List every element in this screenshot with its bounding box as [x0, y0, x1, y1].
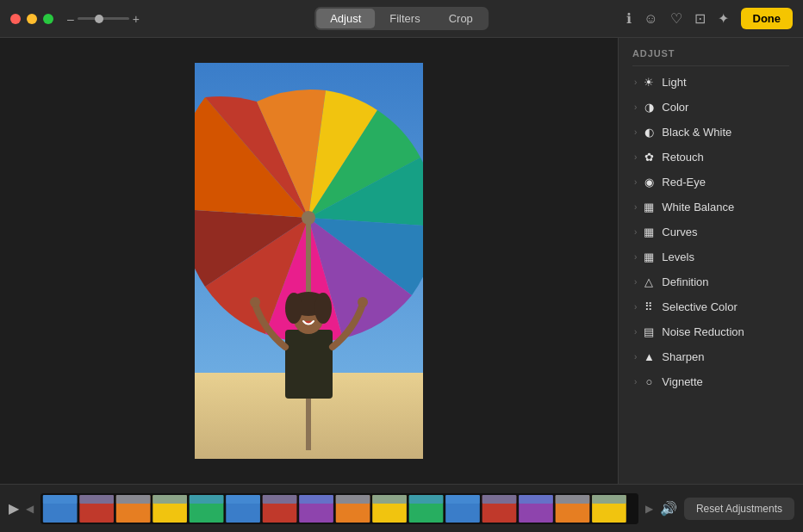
maximize-button[interactable]	[43, 14, 53, 24]
retouch-label: Retouch	[662, 151, 703, 164]
adjust-item-curves[interactable]: › ▦ Curves	[622, 220, 800, 244]
svg-rect-34	[226, 495, 260, 504]
panel-divider	[632, 65, 789, 66]
chevron-icon: ›	[634, 177, 637, 187]
svg-rect-4	[285, 330, 333, 399]
zoom-thumb[interactable]	[95, 15, 103, 23]
redeye-icon: ◉	[642, 176, 656, 189]
definition-icon: △	[642, 275, 656, 288]
close-button[interactable]	[10, 14, 21, 24]
color-label: Color	[662, 101, 688, 114]
vignette-icon: ○	[642, 375, 656, 388]
photo-display	[195, 63, 423, 459]
share-icon[interactable]: ⊡	[694, 10, 706, 27]
wb-label: White Balance	[662, 201, 734, 213]
info-icon[interactable]: ℹ	[626, 10, 632, 27]
svg-rect-38	[372, 495, 407, 504]
svg-point-8	[314, 293, 332, 324]
levels-icon: ▦	[642, 251, 656, 263]
adjust-item-bw[interactable]: › ◐ Black & White	[622, 120, 800, 145]
vignette-label: Vignette	[662, 375, 702, 388]
svg-rect-39	[409, 495, 444, 504]
chevron-icon: ›	[634, 302, 637, 312]
volume-button[interactable]: 🔊	[660, 500, 677, 517]
curves-icon: ▦	[642, 226, 656, 238]
minimize-button[interactable]	[27, 14, 37, 24]
chevron-icon: ›	[634, 327, 637, 337]
tab-group: Adjust Filters Crop	[314, 7, 489, 30]
selective-color-icon: ⠿	[642, 300, 656, 313]
bw-icon: ◐	[642, 126, 656, 139]
chevron-icon: ›	[634, 202, 637, 212]
photo-area	[0, 38, 618, 484]
selective-color-label: Selective Color	[662, 300, 737, 313]
adjust-item-noise[interactable]: › ▤ Noise Reduction	[622, 319, 800, 344]
retouch-icon: ✿	[642, 151, 656, 164]
svg-rect-30	[79, 495, 114, 504]
heart-icon[interactable]: ♡	[670, 10, 682, 27]
sharpen-label: Sharpen	[662, 350, 704, 363]
wb-icon: ▦	[642, 201, 656, 213]
adjust-item-retouch[interactable]: › ✿ Retouch	[622, 145, 800, 170]
adjust-item-redeye[interactable]: › ◉ Red-Eye	[622, 170, 800, 195]
chevron-icon: ›	[634, 352, 637, 362]
svg-rect-35	[263, 495, 297, 504]
chevron-icon: ›	[634, 152, 637, 162]
svg-rect-43	[556, 495, 590, 504]
filmstrip	[40, 493, 638, 524]
tab-crop[interactable]: Crop	[435, 9, 487, 28]
svg-rect-36	[299, 495, 333, 504]
filmstrip-left-arrow[interactable]: ◀	[26, 503, 34, 515]
adjust-item-levels[interactable]: › ▦ Levels	[622, 244, 800, 269]
light-icon: ☀	[642, 76, 656, 89]
bottom-bar: ▶ ◀	[0, 484, 803, 532]
main-layout: ADJUST › ☀ Light › ◑ Color › ◐ Black & W…	[0, 38, 803, 484]
tab-filters[interactable]: Filters	[376, 9, 433, 28]
svg-rect-44	[592, 495, 626, 504]
chevron-icon: ›	[634, 377, 637, 387]
zoom-out-icon[interactable]: –	[67, 12, 74, 26]
adjust-item-selective-color[interactable]: › ⠿ Selective Color	[622, 294, 800, 319]
svg-rect-40	[445, 495, 480, 504]
chevron-icon: ›	[634, 227, 637, 237]
svg-rect-42	[519, 495, 553, 504]
chevron-icon: ›	[634, 102, 637, 112]
svg-point-9	[250, 297, 260, 307]
reset-adjustments-button[interactable]: Reset Adjustments	[684, 498, 794, 520]
svg-rect-32	[153, 495, 187, 504]
adjust-item-wb[interactable]: › ▦ White Balance	[622, 195, 800, 220]
svg-rect-29	[43, 495, 78, 504]
done-button[interactable]: Done	[741, 8, 794, 29]
adjust-panel: ADJUST › ☀ Light › ◑ Color › ◐ Black & W…	[618, 38, 803, 484]
color-icon: ◑	[642, 101, 656, 114]
curves-label: Curves	[662, 226, 697, 238]
chevron-icon: ›	[634, 77, 637, 87]
redeye-label: Red-Eye	[662, 176, 706, 189]
svg-point-7	[285, 293, 302, 324]
bw-label: Black & White	[662, 126, 731, 139]
svg-rect-31	[116, 495, 151, 504]
play-button[interactable]: ▶	[9, 500, 19, 517]
svg-point-10	[358, 297, 368, 307]
filmstrip-right-arrow[interactable]: ▶	[645, 503, 653, 515]
adjust-item-sharpen[interactable]: › ▲ Sharpen	[622, 344, 800, 369]
adjust-item-vignette[interactable]: › ○ Vignette	[622, 369, 800, 394]
tab-adjust[interactable]: Adjust	[316, 9, 375, 28]
chevron-icon: ›	[634, 252, 637, 262]
chevron-icon: ›	[634, 277, 637, 287]
titlebar-actions: ℹ ☺ ♡ ⊡ ✦ Done	[626, 8, 793, 29]
magic-icon[interactable]: ✦	[718, 10, 729, 27]
zoom-in-icon[interactable]: +	[133, 12, 140, 26]
titlebar: – + Adjust Filters Crop ℹ ☺ ♡ ⊡ ✦ Done	[0, 0, 803, 38]
svg-rect-37	[336, 495, 370, 504]
adjust-item-definition[interactable]: › △ Definition	[622, 269, 800, 294]
sharpen-icon: ▲	[642, 350, 656, 363]
panel-title: ADJUST	[619, 38, 803, 65]
adjust-item-light[interactable]: › ☀ Light	[622, 70, 800, 95]
zoom-track[interactable]	[78, 17, 129, 20]
emoji-icon[interactable]: ☺	[644, 11, 657, 27]
adjust-item-color[interactable]: › ◑ Color	[622, 95, 800, 120]
svg-rect-33	[190, 495, 224, 504]
noise-icon: ▤	[642, 325, 656, 338]
zoom-slider: – +	[67, 12, 140, 26]
